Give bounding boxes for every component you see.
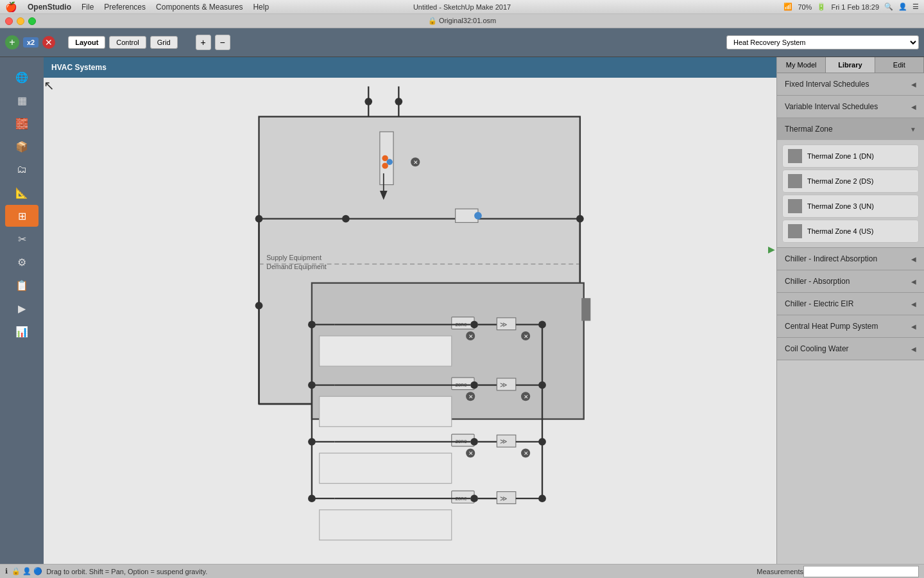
variable-interval-arrow: ◀ bbox=[911, 103, 916, 110]
add-button[interactable]: + bbox=[5, 35, 19, 49]
section-coil-cooling: Coil Cooling Water ◀ bbox=[777, 338, 924, 360]
search-icon[interactable]: 🔍 bbox=[884, 3, 893, 11]
sidebar-item-hvac[interactable]: ⊞ bbox=[5, 205, 38, 227]
hvac-diagram-svg: ✕ Supply Eq bbox=[44, 78, 776, 564]
svg-rect-90 bbox=[320, 510, 452, 540]
variables-icon: ✂ bbox=[18, 233, 26, 245]
layout-tab[interactable]: Layout bbox=[68, 36, 105, 49]
central-heat-pump-header[interactable]: Central Heat Pump System ◀ bbox=[777, 315, 924, 337]
wifi-icon: 📶 bbox=[783, 3, 792, 11]
thermal-zone-item-1[interactable]: Thermal Zone 1 (DN) bbox=[782, 144, 919, 168]
zoom-in-icon[interactable]: + bbox=[196, 35, 211, 50]
chiller-indirect-header[interactable]: Chiller - Indirect Absorption ◀ bbox=[777, 248, 924, 270]
chiller-absorption-arrow: ◀ bbox=[911, 278, 916, 285]
svg-rect-93 bbox=[581, 298, 590, 320]
menu-icon[interactable]: ☰ bbox=[912, 3, 919, 11]
loads-icon: 📦 bbox=[15, 141, 28, 153]
control-tab[interactable]: Control bbox=[109, 36, 146, 49]
svg-rect-104 bbox=[790, 207, 794, 211]
help-menu[interactable]: Help bbox=[253, 3, 269, 12]
maximize-button[interactable] bbox=[28, 17, 36, 25]
section-central-heat-pump: Central Heat Pump System ◀ bbox=[777, 315, 924, 338]
svg-rect-99 bbox=[796, 176, 800, 180]
central-heat-pump-arrow: ◀ bbox=[911, 323, 916, 330]
variable-interval-header[interactable]: Variable Interval Schedules ◀ bbox=[777, 96, 924, 118]
x2-button[interactable]: x2 bbox=[23, 37, 38, 48]
sidebar-item-schedules[interactable]: ▦ bbox=[5, 89, 38, 111]
thermal-zone-item-4[interactable]: Thermal Zone 4 (US) bbox=[782, 220, 919, 243]
svg-rect-108 bbox=[790, 232, 794, 236]
svg-rect-78 bbox=[320, 453, 452, 484]
section-chiller-electric: Chiller - Electric EIR ◀ bbox=[777, 293, 924, 315]
openstudio-window-title: 🔒 Original32:01.osm bbox=[428, 17, 496, 25]
svg-rect-95 bbox=[796, 151, 800, 155]
hvac-section-title: HVAC Systems bbox=[44, 57, 776, 78]
thermal-zone-icon-4 bbox=[788, 224, 802, 238]
svg-rect-96 bbox=[790, 157, 794, 161]
tab-library[interactable]: Library bbox=[826, 57, 875, 73]
measurements-label: Measurements bbox=[757, 568, 803, 575]
svg-text:≫: ≫ bbox=[500, 495, 508, 502]
apple-menu-icon[interactable]: 🍎 bbox=[5, 1, 17, 13]
close-button[interactable] bbox=[5, 17, 13, 25]
svg-text:Supply Equipment: Supply Equipment bbox=[266, 254, 321, 261]
svg-text:≫: ≫ bbox=[500, 320, 508, 328]
globe-icon: 🌐 bbox=[15, 71, 28, 83]
svg-point-18 bbox=[342, 215, 350, 223]
coil-cooling-arrow: ◀ bbox=[911, 346, 916, 353]
sidebar-item-constructions[interactable]: 🧱 bbox=[5, 112, 38, 134]
datetime: Fri 1 Feb 18:29 bbox=[831, 3, 879, 11]
sidebar-item-variables[interactable]: ✂ bbox=[5, 228, 38, 250]
constructions-icon: 🧱 bbox=[15, 118, 28, 130]
file-menu[interactable]: File bbox=[81, 3, 94, 12]
schedules-icon: ▦ bbox=[17, 94, 27, 107]
sidebar-item-space-types[interactable]: 🗂 bbox=[5, 159, 38, 180]
app-name[interactable]: OpenStudio bbox=[28, 3, 71, 12]
delete-button[interactable]: ✕ bbox=[42, 36, 55, 49]
svg-rect-94 bbox=[790, 151, 794, 155]
system-select[interactable]: Heat Recovery System bbox=[726, 35, 919, 49]
svg-text:✕: ✕ bbox=[468, 450, 474, 457]
thermal-zone-header[interactable]: Thermal Zone ▼ bbox=[777, 118, 924, 140]
sidebar-item-sim-settings[interactable]: ⚙ bbox=[5, 251, 38, 273]
measurements-input[interactable] bbox=[803, 566, 919, 577]
grid-tab[interactable]: Grid bbox=[150, 36, 178, 49]
chiller-electric-header[interactable]: Chiller - Electric EIR ◀ bbox=[777, 293, 924, 315]
zoom-out-icon[interactable]: − bbox=[215, 35, 230, 50]
minimize-button[interactable] bbox=[17, 17, 24, 25]
left-sidebar: 🌐 ▦ 🧱 📦 🗂 📐 ⊞ ✂ ⚙ 📋 ▶ 📊 bbox=[0, 57, 44, 564]
sidebar-item-results[interactable]: 📋 bbox=[5, 274, 38, 296]
right-panel: My Model Library Edit Fixed Interval Sch… bbox=[776, 57, 924, 564]
sidebar-item-run[interactable]: ▶ bbox=[5, 297, 38, 319]
hvac-canvas[interactable]: ✕ Supply Eq bbox=[44, 78, 776, 564]
svg-point-10 bbox=[382, 162, 388, 168]
thermal-zone-item-2[interactable]: Thermal Zone 2 (DS) bbox=[782, 170, 919, 193]
svg-rect-106 bbox=[790, 226, 794, 231]
sidebar-item-loads[interactable]: 📦 bbox=[5, 136, 38, 157]
fixed-interval-header[interactable]: Fixed Interval Schedules ◀ bbox=[777, 73, 924, 95]
sidebar-item-site[interactable]: 🌐 bbox=[5, 66, 38, 88]
section-chiller-absorption: Chiller - Absorption ◀ bbox=[777, 270, 924, 293]
status-icons: 🔒 👤 🔵 bbox=[12, 567, 42, 575]
coil-cooling-header[interactable]: Coil Cooling Water ◀ bbox=[777, 338, 924, 360]
thermal-zone-item-3[interactable]: Thermal Zone 3 (UN) bbox=[782, 195, 919, 218]
thermal-zone-arrow: ▼ bbox=[910, 126, 916, 133]
space-types-icon: 🗂 bbox=[17, 164, 27, 175]
battery-level: 70% bbox=[798, 3, 812, 11]
thermal-zone-content: Thermal Zone 1 (DN) Thermal Zone 2 (DS) … bbox=[777, 140, 924, 247]
svg-point-68 bbox=[470, 438, 478, 446]
svg-point-28 bbox=[255, 302, 263, 310]
svg-text:✕: ✕ bbox=[468, 333, 474, 340]
sidebar-item-geometry[interactable]: 📐 bbox=[5, 182, 38, 204]
svg-rect-109 bbox=[796, 232, 800, 236]
components-menu[interactable]: Components & Measures bbox=[156, 3, 243, 12]
right-panel-indicator: ▶ bbox=[768, 244, 775, 254]
tab-edit[interactable]: Edit bbox=[875, 57, 924, 73]
sidebar-item-reports[interactable]: 📊 bbox=[5, 320, 38, 342]
results-icon: 📋 bbox=[15, 279, 28, 292]
chiller-absorption-header[interactable]: Chiller - Absorption ◀ bbox=[777, 270, 924, 292]
tab-mymodel[interactable]: My Model bbox=[777, 57, 826, 73]
preferences-menu[interactable]: Preferences bbox=[104, 3, 146, 12]
svg-rect-103 bbox=[796, 201, 800, 206]
svg-rect-102 bbox=[790, 201, 794, 206]
